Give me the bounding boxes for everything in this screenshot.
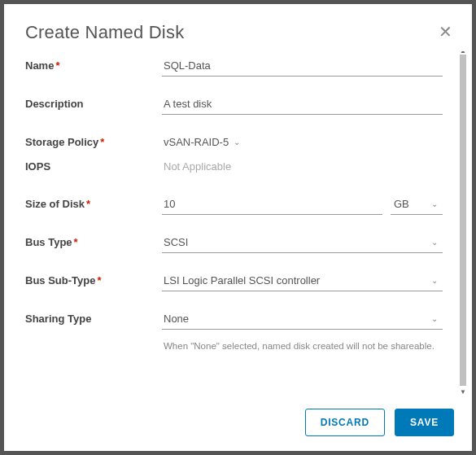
name-input[interactable]: [162, 56, 443, 77]
bus-type-select[interactable]: SCSI ⌄: [162, 233, 443, 253]
discard-button[interactable]: DISCARD: [305, 409, 385, 436]
modal-title: Create Named Disk: [25, 22, 184, 43]
save-button[interactable]: SAVE: [395, 409, 454, 436]
modal-body: Name* Description Storage Policy*: [4, 51, 472, 396]
size-of-disk-label: Size of Disk*: [25, 198, 162, 210]
chevron-down-icon: ⌄: [431, 238, 438, 247]
scrollbar[interactable]: ▲ ▼: [457, 51, 472, 396]
form-area: Name* Description Storage Policy*: [4, 51, 457, 396]
bus-sub-type-label: Bus Sub-Type*: [25, 274, 162, 287]
sharing-type-label: Sharing Type: [25, 313, 162, 325]
description-input[interactable]: [162, 94, 443, 115]
size-unit-select[interactable]: GB ⌄: [391, 195, 443, 215]
modal-header: Create Named Disk ✕: [4, 4, 472, 51]
chevron-down-icon: ⌄: [234, 138, 240, 147]
create-named-disk-modal: Create Named Disk ✕ Name* Description: [4, 4, 472, 451]
modal-footer: DISCARD SAVE: [4, 396, 472, 451]
sharing-type-select[interactable]: None ⌄: [162, 309, 443, 330]
iops-value: Not Applicable: [162, 157, 443, 177]
chevron-down-icon: ⌄: [431, 276, 438, 285]
iops-label: IOPS: [25, 160, 162, 173]
storage-policy-label: Storage Policy*: [25, 136, 162, 148]
bus-sub-type-select[interactable]: LSI Logic Parallel SCSI controller ⌄: [162, 271, 443, 291]
size-of-disk-input[interactable]: [162, 195, 382, 215]
sharing-type-hint: When "None" selected, named disk created…: [162, 335, 443, 353]
description-label: Description: [25, 98, 162, 110]
scrollbar-thumb[interactable]: [460, 55, 466, 386]
storage-policy-select[interactable]: vSAN-RAID-5 ⌄: [162, 133, 245, 152]
chevron-down-icon: ⌄: [431, 314, 438, 323]
bus-type-label: Bus Type*: [25, 236, 162, 248]
chevron-down-icon: ⌄: [431, 199, 438, 208]
scroll-down-icon[interactable]: ▼: [460, 389, 466, 396]
close-icon[interactable]: ✕: [439, 24, 452, 40]
name-label: Name*: [25, 59, 162, 72]
